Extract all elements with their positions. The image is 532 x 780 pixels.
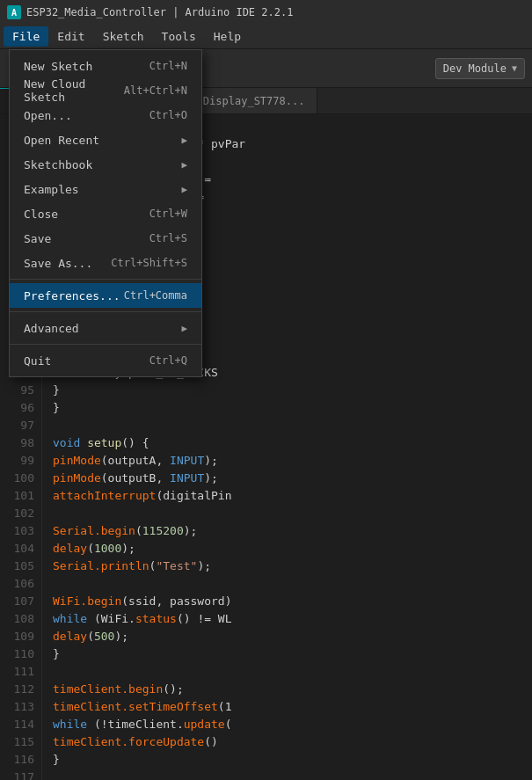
menu-separator — [10, 344, 201, 345]
file-dropdown-menu: New SketchCtrl+NNew Cloud SketchAlt+Ctrl… — [9, 49, 202, 377]
line-number: 95 — [7, 382, 34, 399]
menu-entry-label: Preferences... — [24, 289, 120, 303]
tab-display[interactable]: Display_ST778... — [191, 88, 318, 113]
menu-entry-close[interactable]: CloseCtrl+W — [10, 201, 201, 226]
code-line: timeClient.begin(); — [53, 681, 521, 698]
line-number: 99 — [7, 452, 34, 470]
code-line: pinMode(outputA, INPUT); — [53, 452, 521, 470]
code-line: Serial.println("Test"); — [53, 558, 521, 575]
code-line: timeClient.forceUpdate() — [53, 733, 521, 751]
menu-entry-shortcut: Ctrl+S — [149, 232, 187, 244]
menu-entry-shortcut: Ctrl+O — [149, 109, 187, 121]
line-number: 107 — [7, 593, 34, 610]
line-number: 116 — [7, 751, 34, 769]
line-number: 96 — [7, 399, 34, 417]
code-line: } — [53, 751, 521, 769]
menu-entry-examples[interactable]: Examples▶ — [10, 177, 201, 201]
menu-file[interactable]: File — [4, 26, 48, 47]
app-icon: A — [7, 5, 21, 19]
menu-entry-label: Quit — [24, 354, 51, 368]
line-number: 102 — [7, 505, 34, 522]
code-line: attachInterrupt(digitalPin — [53, 487, 521, 505]
menu-entry-shortcut: Ctrl+N — [149, 60, 187, 72]
board-selector-label: Dev Module — [443, 62, 506, 75]
menu-entry-label: New Sketch — [24, 60, 92, 73]
menu-entry-shortcut: Ctrl+W — [149, 208, 187, 220]
menu-entry-label: New Cloud Sketch — [24, 77, 124, 104]
menu-entry-shortcut: Alt+Ctrl+N — [124, 84, 187, 97]
menu-entry-label: Save As... — [24, 257, 92, 270]
code-line: while (!timeClient.update( — [53, 716, 521, 733]
menu-help[interactable]: Help — [205, 26, 250, 47]
code-line — [53, 417, 521, 434]
code-line — [53, 769, 521, 780]
menu-entry-label: Open... — [24, 109, 72, 122]
line-number: 101 — [7, 487, 34, 505]
line-number: 112 — [7, 681, 34, 698]
menu-entry-open---[interactable]: Open...Ctrl+O — [10, 103, 201, 128]
menu-tools[interactable]: Tools — [153, 26, 205, 47]
board-selector[interactable]: Dev Module ▼ — [435, 58, 525, 79]
submenu-arrow-icon: ▶ — [181, 184, 187, 195]
menu-entry-new-sketch[interactable]: New SketchCtrl+N — [10, 54, 201, 78]
submenu-arrow-icon: ▶ — [181, 159, 187, 171]
code-line: void setup() { — [53, 434, 521, 452]
menu-entry-label: Open Recent — [24, 134, 99, 147]
code-line: Serial.begin(115200); — [53, 522, 521, 540]
code-line: } — [53, 399, 521, 417]
line-number: 105 — [7, 558, 34, 575]
menu-entry-quit[interactable]: QuitCtrl+Q — [10, 348, 201, 373]
menu-separator — [10, 311, 201, 312]
line-number: 103 — [7, 522, 34, 540]
code-line: delay(500); — [53, 628, 521, 645]
code-line — [53, 505, 521, 522]
title-bar: A ESP32_Media_Controller | Arduino IDE 2… — [0, 0, 532, 25]
menu-entry-label: Sketchbook — [24, 158, 92, 171]
menu-bar: File Edit Sketch Tools Help — [0, 25, 532, 49]
code-line: } — [53, 645, 521, 663]
code-line: } — [53, 382, 521, 399]
menu-entry-shortcut: Ctrl+Comma — [124, 289, 187, 302]
line-number: 113 — [7, 698, 34, 716]
title-bar-text: ESP32_Media_Controller | Arduino IDE 2.2… — [26, 6, 293, 18]
line-number: 106 — [7, 575, 34, 593]
line-number: 117 — [7, 769, 34, 780]
line-number: 110 — [7, 645, 34, 663]
line-number: 100 — [7, 470, 34, 487]
menu-edit[interactable]: Edit — [48, 26, 93, 47]
line-number: 98 — [7, 434, 34, 452]
line-number: 108 — [7, 610, 34, 628]
code-line — [53, 663, 521, 681]
submenu-arrow-icon: ▶ — [181, 135, 187, 146]
line-number: 115 — [7, 733, 34, 751]
menu-entry-shortcut: Ctrl+Shift+S — [111, 257, 187, 269]
code-line: pinMode(outputB, INPUT); — [53, 470, 521, 487]
code-line: delay(1000); — [53, 540, 521, 558]
menu-entry-sketchbook[interactable]: Sketchbook▶ — [10, 152, 201, 177]
menu-entry-label: Examples — [24, 183, 79, 196]
line-number: 97 — [7, 417, 34, 434]
menu-entry-label: Advanced — [24, 322, 79, 335]
code-line — [53, 575, 521, 593]
line-number: 114 — [7, 716, 34, 733]
code-line: timeClient.setTimeOffset(1 — [53, 698, 521, 716]
menu-entry-preferences---[interactable]: Preferences...Ctrl+Comma — [10, 283, 201, 308]
menu-entry-label: Close — [24, 208, 58, 221]
chevron-down-icon: ▼ — [512, 63, 517, 73]
menu-entry-new-cloud-sketch[interactable]: New Cloud SketchAlt+Ctrl+N — [10, 78, 201, 103]
menu-entry-label: Save — [24, 232, 51, 245]
menu-entry-save[interactable]: SaveCtrl+S — [10, 226, 201, 251]
menu-entry-open-recent[interactable]: Open Recent▶ — [10, 128, 201, 152]
menu-sketch[interactable]: Sketch — [94, 26, 153, 47]
line-number: 104 — [7, 540, 34, 558]
submenu-arrow-icon: ▶ — [181, 323, 187, 334]
menu-separator — [10, 279, 201, 280]
code-line: while (WiFi.status() != WL — [53, 610, 521, 628]
menu-entry-save-as---[interactable]: Save As...Ctrl+Shift+S — [10, 251, 201, 275]
code-line: WiFi.begin(ssid, password) — [53, 593, 521, 610]
line-number: 111 — [7, 663, 34, 681]
menu-entry-advanced[interactable]: Advanced▶ — [10, 316, 201, 340]
line-number: 109 — [7, 628, 34, 645]
menu-entry-shortcut: Ctrl+Q — [149, 354, 187, 367]
